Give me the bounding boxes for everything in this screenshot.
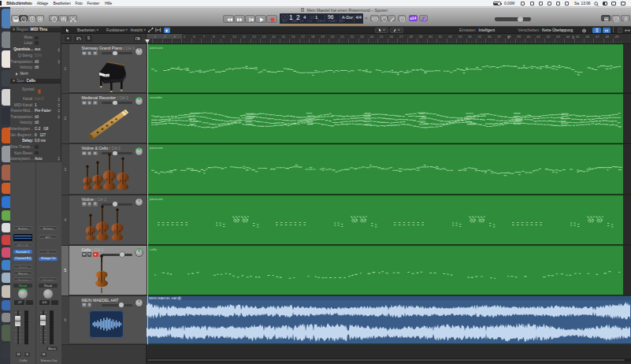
svg-text:MEIN MAEDEL HAT.2: MEIN MAEDEL HAT.2 <box>149 296 180 300</box>
svg-text:pizzicato: pizzicato <box>150 46 163 50</box>
svg-text:cello: cello <box>150 247 157 251</box>
svg-text:1: 1 <box>402 17 404 21</box>
svg-text:pizzicato: pizzicato <box>150 146 163 150</box>
svg-text:recorder: recorder <box>150 95 163 99</box>
svg-text:pizzicato: pizzicato <box>150 197 163 201</box>
